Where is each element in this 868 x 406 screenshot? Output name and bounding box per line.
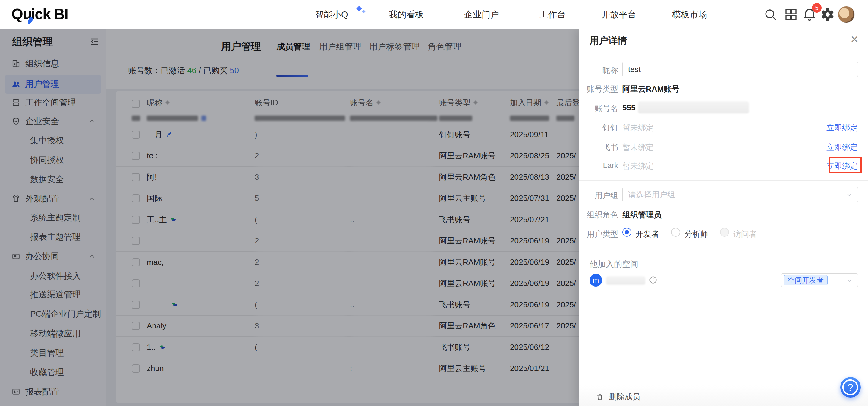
svg-text:?: ? [847,382,853,393]
help-fab-button[interactable]: ? [840,377,861,398]
user-group-select[interactable]: 请选择用户组 [622,187,858,202]
workspace-role-select[interactable]: 空间开发者 [781,273,858,287]
joined-workspaces-title: 他加入的空间 [590,259,638,270]
radio-developer[interactable] [622,228,631,237]
logo-text: Quick BI [11,6,68,23]
close-icon[interactable]: × [847,32,862,47]
nav-item-open-platform[interactable]: 开放平台 [601,0,636,29]
account-type-value: 阿里云RAM账号 [622,84,679,94]
nav-divider [526,10,526,19]
radio-label-developer: 开发者 [636,229,659,239]
delete-member-button[interactable]: 删除成员 [596,392,640,402]
divider [579,180,868,181]
user-detail-panel: 用户详情 × 昵称 账号类型 阿里云RAM账号 账号名 555 钉钉 暂未绑定 … [579,29,868,406]
notification-badge: 5 [812,3,822,13]
feishu-bind-link[interactable]: 立即绑定 [827,142,858,153]
nickname-input[interactable] [622,61,858,77]
org-role-value: 组织管理员 [622,210,661,220]
sparkle-icon [362,10,365,13]
radio-label-analyst: 分析师 [684,229,708,239]
user-group-label: 用户组 [579,190,618,201]
panel-footer: 删除成员 [579,385,868,406]
redaction-blur [606,276,645,285]
nav-item-smart-q[interactable]: 智能小Q [315,0,348,29]
lark-status: 暂未绑定 [622,161,654,171]
org-role-label: 组织角色 [579,210,618,220]
sparkle-icon [356,6,362,11]
account-name-label: 账号名 [579,103,618,114]
modal-dim-overlay [0,29,580,406]
workspace-role-tag: 空间开发者 [784,275,828,285]
lark-label: Lark [579,161,618,170]
nav-item-label: 智能小Q [315,10,348,19]
chevron-down-icon [846,191,853,199]
nav-item-dashboards[interactable]: 我的看板 [389,0,424,29]
user-avatar[interactable] [838,6,855,23]
radio-analyst[interactable] [671,228,680,237]
divider [579,249,868,249]
radio-visitor[interactable] [720,228,729,237]
dingtalk-label: 钉钉 [579,122,618,133]
apps-grid-icon[interactable] [784,7,798,22]
nav-item-workbench[interactable]: 工作台 [539,0,566,29]
user-type-label: 用户类型 [579,229,618,239]
workspace-avatar: m [590,274,602,287]
divider [579,54,868,54]
chevron-down-icon [846,277,853,284]
delete-member-label: 删除成员 [609,392,640,401]
search-icon[interactable] [763,7,778,22]
gear-icon[interactable] [820,7,835,22]
nav-item-portal[interactable]: 企业门户 [464,0,499,29]
feishu-label: 飞书 [579,142,618,153]
radio-label-visitor: 访问者 [733,229,757,239]
lark-bind-link[interactable]: 立即绑定 [827,161,858,171]
user-group-placeholder: 请选择用户组 [628,187,675,202]
top-navbar: Quick BI 智能小Q 我的看板 企业门户 工作台 开放平台 模板市场 5 [0,0,868,29]
dingtalk-status: 暂未绑定 [622,122,654,133]
account-type-label: 账号类型 [579,84,618,94]
trash-icon [596,393,604,401]
dingtalk-bind-link[interactable]: 立即绑定 [827,122,858,133]
redaction-blur [638,102,749,113]
quickbi-logo[interactable]: Quick BI [11,5,68,23]
nav-item-template-market[interactable]: 模板市场 [672,0,707,29]
page-body: 组织管理 组织信息 用户管理 [0,29,868,406]
account-name-value: 555 [622,103,635,113]
feishu-status: 暂未绑定 [622,142,654,153]
nickname-label: 昵称 [579,65,618,76]
info-icon[interactable] [649,276,657,284]
panel-title: 用户详情 [590,34,627,47]
